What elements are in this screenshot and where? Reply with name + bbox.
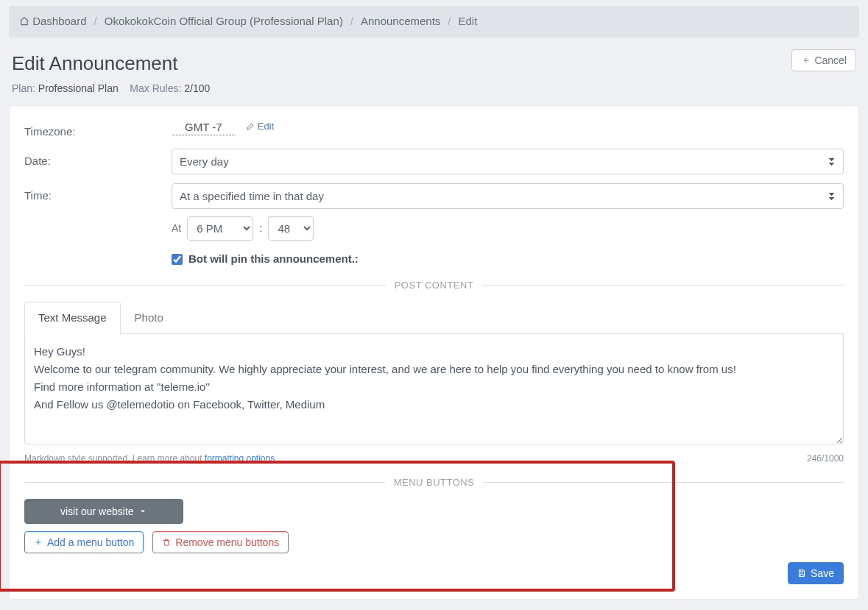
char-counter: 246/1000 [807, 452, 844, 465]
menu-buttons-divider-text: MENU BUTTONS [394, 475, 475, 490]
maxrules-label: Max Rules: [130, 82, 184, 94]
breadcrumb-separator: / [350, 13, 353, 30]
timezone-edit-link[interactable]: Edit [246, 119, 274, 134]
breadcrumb-separator: / [94, 13, 97, 30]
plan-label: Plan: [12, 82, 38, 94]
pin-checkbox[interactable] [172, 254, 183, 265]
plus-icon [34, 538, 43, 547]
timezone-label: Timezone: [24, 119, 163, 141]
remove-menu-buttons-label: Remove menu buttons [175, 536, 279, 548]
hour-select[interactable]: 6 PM [187, 216, 253, 241]
cancel-button[interactable]: Cancel [791, 49, 856, 71]
tab-photo[interactable]: Photo [121, 302, 177, 334]
time-label: Time: [24, 183, 163, 205]
visit-website-label: visit our website [60, 506, 134, 517]
form-panel: Timezone: GMT -7 Edit Date: Every day Ti… [9, 105, 859, 600]
time-colon: : [259, 220, 262, 237]
helper-text: Markdown style supported. Learn more abo… [24, 453, 205, 464]
minute-select[interactable]: 48 [268, 216, 314, 241]
trash-icon [162, 538, 171, 547]
add-menu-button[interactable]: Add a menu button [24, 531, 144, 553]
add-menu-button-label: Add a menu button [47, 536, 134, 548]
cancel-button-label: Cancel [814, 54, 847, 66]
breadcrumb-home-label: Dashboard [32, 15, 86, 27]
save-button[interactable]: Save [788, 562, 844, 584]
menu-buttons-divider: MENU BUTTONS [24, 475, 844, 490]
page-title: Edit Announcement [12, 49, 210, 78]
breadcrumb-section[interactable]: Announcements [361, 13, 440, 30]
message-textarea[interactable] [24, 334, 844, 444]
plan-value: Professional Plan [38, 82, 119, 94]
timezone-edit-label: Edit [258, 119, 274, 134]
breadcrumb-group[interactable]: OkokokokCoin Official Group (Professiona… [105, 13, 343, 30]
date-label: Date: [24, 149, 163, 170]
tab-text-message[interactable]: Text Message [24, 302, 121, 334]
caret-down-icon [138, 507, 147, 516]
save-button-label: Save [811, 567, 834, 579]
timezone-value: GMT -7 [172, 119, 236, 135]
home-icon [19, 16, 29, 26]
post-tabs: Text Message Photo [24, 301, 844, 334]
formatting-options-link[interactable]: formatting options [205, 453, 275, 464]
pin-label: Bot will pin this announcement.: [188, 251, 359, 268]
visit-website-button[interactable]: visit our website [24, 499, 183, 524]
breadcrumb-home[interactable]: Dashboard [19, 13, 87, 30]
save-icon [797, 569, 806, 578]
post-content-divider-text: POST CONTENT [395, 278, 474, 293]
time-mode-select[interactable]: At a specified time in that day [172, 183, 844, 209]
breadcrumb: Dashboard / OkokokokCoin Official Group … [9, 6, 859, 38]
breadcrumb-separator: / [448, 13, 451, 30]
date-select[interactable]: Every day [172, 149, 844, 174]
post-content-divider: POST CONTENT [24, 278, 844, 293]
remove-menu-buttons[interactable]: Remove menu buttons [152, 531, 289, 553]
maxrules-value: 2/100 [184, 82, 210, 94]
arrow-left-icon [801, 56, 810, 65]
at-label: At [172, 221, 181, 236]
breadcrumb-current: Edit [459, 13, 478, 30]
edit-icon [246, 122, 255, 131]
